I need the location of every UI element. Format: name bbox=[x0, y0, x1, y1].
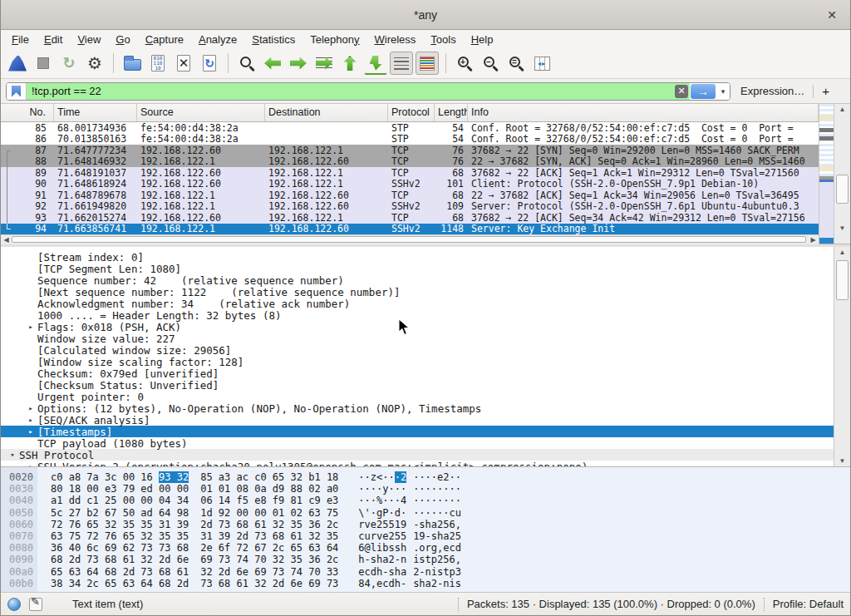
clear-filter-button[interactable]: ✕ bbox=[673, 83, 690, 100]
detail-row[interactable]: Window size value: 227 bbox=[1, 333, 834, 344]
expert-info-icon[interactable] bbox=[7, 598, 21, 611]
detail-row[interactable]: Acknowledgment number: 34 (relative ack … bbox=[1, 298, 834, 309]
stop-capture-icon[interactable] bbox=[32, 52, 55, 75]
menu-tools[interactable]: Tools bbox=[423, 32, 463, 47]
restart-capture-icon[interactable]: ↻ bbox=[57, 52, 81, 75]
menu-help[interactable]: Help bbox=[464, 32, 501, 47]
column-header-length[interactable]: Length bbox=[435, 104, 468, 121]
go-last-icon[interactable] bbox=[364, 52, 387, 75]
close-file-icon[interactable]: ✕ bbox=[172, 52, 195, 75]
expand-toggle-icon[interactable]: ▸ bbox=[24, 427, 37, 436]
detail-row[interactable]: [Next sequence number: 1122 (relative se… bbox=[1, 286, 834, 298]
packet-row[interactable]: 9271.661949820192.168.122.1192.168.122.6… bbox=[1, 201, 819, 213]
menu-file[interactable]: File bbox=[4, 32, 37, 47]
zoom-reset-icon[interactable]: = bbox=[504, 52, 528, 75]
packet-row[interactable]: 9471.663856741192.168.122.1192.168.122.6… bbox=[1, 224, 819, 235]
go-forward-icon[interactable] bbox=[287, 52, 310, 75]
detail-row[interactable]: ▸Flags: 0x018 (PSH, ACK) bbox=[1, 321, 834, 333]
packet-row[interactable]: 8568.001734936fe:54:00:d4:38:2aSTP54Conf… bbox=[1, 122, 819, 134]
packet-row[interactable]: 9171.648789678192.168.122.1192.168.122.6… bbox=[1, 190, 819, 201]
column-header-protocol[interactable]: Protocol bbox=[388, 104, 435, 121]
expand-toggle-icon[interactable]: ▸ bbox=[24, 404, 37, 412]
detail-row[interactable]: Urgent pointer: 0 bbox=[1, 391, 834, 402]
vscroll-down-icon[interactable] bbox=[834, 223, 850, 234]
hex-row[interactable]: 00505c 27 b2 67 50 ad 64 981d 92 00 00 0… bbox=[9, 507, 850, 519]
detail-row[interactable]: ▸[Timestamps] bbox=[1, 426, 834, 437]
packet-row[interactable]: 8771.647777234192.168.122.60192.168.122.… bbox=[1, 145, 819, 156]
hscroll-thumb[interactable] bbox=[12, 236, 806, 243]
go-back-icon[interactable] bbox=[261, 52, 284, 75]
detail-row[interactable]: [Calculated window size: 29056] bbox=[1, 344, 834, 356]
resize-columns-icon[interactable]: ◂▸ bbox=[530, 52, 553, 75]
packet-row[interactable]: 9371.662015274192.168.122.60192.168.122.… bbox=[1, 212, 819, 224]
go-to-packet-icon[interactable] bbox=[312, 52, 336, 75]
detail-row[interactable]: ▸[SEQ/ACK analysis] bbox=[1, 414, 834, 426]
hex-row[interactable]: 008036 40 6c 69 62 73 73 682e 6f 72 67 2… bbox=[9, 542, 850, 554]
detail-row[interactable]: [Checksum Status: Unverified] bbox=[1, 379, 834, 391]
menu-telephony[interactable]: Telephony bbox=[303, 32, 366, 47]
menu-go[interactable]: Go bbox=[108, 32, 137, 47]
details-vscroll-up-icon[interactable] bbox=[834, 247, 850, 258]
menu-view[interactable]: View bbox=[70, 32, 108, 47]
detail-row[interactable]: 1000 .... = Header Length: 32 bytes (8) bbox=[1, 309, 834, 321]
detail-row[interactable]: TCP payload (1080 bytes) bbox=[1, 437, 834, 449]
menu-analyze[interactable]: Analyze bbox=[191, 32, 244, 47]
expression-button[interactable]: Expression… bbox=[740, 85, 804, 97]
filter-dropdown-icon[interactable]: ▾ bbox=[716, 83, 730, 100]
packet-row[interactable]: 9071.648618924192.168.122.60192.168.122.… bbox=[1, 179, 819, 190]
detail-row[interactable]: Sequence number: 42 (relative sequence n… bbox=[1, 274, 834, 286]
details-vscroll-down-icon[interactable] bbox=[834, 456, 850, 466]
reload-file-icon[interactable]: ↻ bbox=[198, 52, 221, 75]
column-header-destination[interactable]: Destination bbox=[265, 104, 388, 121]
hscroll-left-icon[interactable] bbox=[1, 235, 12, 244]
hex-row[interactable]: 0040a1 dd c1 25 00 00 04 3406 14 f5 e8 f… bbox=[9, 495, 850, 506]
zoom-out-icon[interactable]: − bbox=[479, 52, 502, 75]
open-file-icon[interactable] bbox=[121, 52, 144, 75]
hex-row[interactable]: 007063 75 72 76 65 32 35 3531 39 2d 73 6… bbox=[9, 530, 850, 542]
expand-toggle-icon[interactable]: ▸ bbox=[24, 416, 37, 424]
detail-row[interactable]: [Stream index: 0] bbox=[1, 251, 834, 263]
close-window-icon[interactable]: ✕ bbox=[824, 7, 840, 23]
vscroll-thumb[interactable] bbox=[836, 175, 849, 204]
packet-row[interactable]: 8670.013850163fe:54:00:d4:38:2aSTP54Conf… bbox=[1, 134, 819, 145]
save-file-icon[interactable]: 01011010 bbox=[146, 52, 170, 75]
capture-comment-icon[interactable] bbox=[29, 598, 42, 611]
zoom-in-icon[interactable]: + bbox=[453, 52, 476, 75]
colorize-icon[interactable] bbox=[416, 52, 439, 75]
column-header-info[interactable]: Info bbox=[468, 104, 819, 121]
capture-options-icon[interactable]: ⚙ bbox=[83, 52, 106, 75]
menu-edit[interactable]: Edit bbox=[37, 32, 70, 47]
hscroll-right-icon[interactable] bbox=[808, 235, 819, 244]
hex-row[interactable]: 003080 18 00 e3 79 ed 00 0001 01 08 0a d… bbox=[9, 483, 850, 495]
column-header-source[interactable]: Source bbox=[137, 104, 265, 121]
menu-statistics[interactable]: Statistics bbox=[244, 32, 303, 47]
profile-label[interactable]: Profile: Default bbox=[773, 598, 844, 610]
intelligent-scrollbar-minimap[interactable] bbox=[819, 104, 834, 244]
detail-row[interactable]: ▾SSH Protocol bbox=[1, 449, 834, 461]
find-packet-icon[interactable] bbox=[235, 52, 258, 75]
hex-row[interactable]: 00b038 34 2c 65 63 64 68 2d73 68 61 32 2… bbox=[9, 578, 850, 589]
start-capture-icon[interactable] bbox=[6, 52, 29, 75]
display-filter-input[interactable] bbox=[27, 83, 673, 100]
vscroll-up-icon[interactable] bbox=[834, 104, 850, 115]
expand-toggle-icon[interactable]: ▸ bbox=[24, 323, 37, 331]
menu-capture[interactable]: Capture bbox=[138, 32, 191, 47]
apply-filter-button[interactable]: → bbox=[691, 84, 716, 99]
detail-row[interactable]: [TCP Segment Len: 1080] bbox=[1, 263, 834, 274]
detail-row[interactable]: ▸SSH Version 2 (encryption:chacha20-poly… bbox=[1, 461, 834, 466]
expand-toggle-icon[interactable]: ▸ bbox=[24, 462, 37, 466]
hex-row[interactable]: 006072 76 65 32 35 35 31 392d 73 68 61 3… bbox=[9, 519, 850, 530]
column-header-time[interactable]: Time bbox=[54, 104, 137, 121]
column-header-no[interactable]: No. bbox=[1, 104, 54, 121]
add-filter-button[interactable]: + bbox=[814, 84, 838, 98]
hex-row[interactable]: 0020c0 a8 7a 3c 00 16 93 3285 a3 ac c0 6… bbox=[9, 471, 850, 483]
packet-row[interactable]: 8871.648146932192.168.122.1192.168.122.6… bbox=[1, 156, 819, 168]
expand-toggle-icon[interactable]: ▾ bbox=[6, 451, 19, 459]
filter-bookmark-button[interactable] bbox=[7, 83, 27, 100]
details-vscroll-thumb[interactable] bbox=[836, 260, 849, 300]
go-first-icon[interactable] bbox=[338, 52, 362, 75]
hex-row[interactable]: 009068 2d 73 68 61 32 2d 6e69 73 74 70 3… bbox=[9, 554, 850, 565]
packet-row[interactable]: 8971.648191037192.168.122.60192.168.122.… bbox=[1, 167, 819, 179]
hex-row[interactable]: 00a065 63 64 68 2d 73 68 6132 2d 6e 69 7… bbox=[9, 566, 850, 578]
detail-row[interactable]: [Window size scaling factor: 128] bbox=[1, 356, 834, 367]
